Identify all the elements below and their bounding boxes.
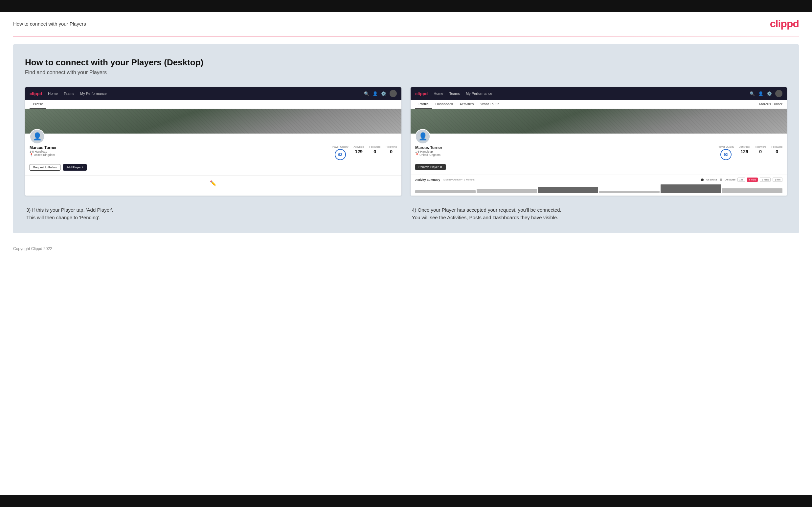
following-value-right: 0	[771, 149, 782, 154]
screenshot-bottom-left: ✏️	[25, 175, 401, 191]
tabs-right: Profile Dashboard Activities What To On …	[411, 100, 787, 109]
avatar-left[interactable]	[390, 90, 397, 97]
profile-stats-left: Player Quality 92 Activities 129 Followe…	[332, 146, 397, 161]
profile-avatar-left: 👤	[30, 129, 45, 144]
nav-logo-right: clippd	[415, 91, 428, 96]
nav-home-right[interactable]: Home	[434, 92, 443, 96]
filter-6mths[interactable]: 6 mths	[747, 177, 758, 182]
screenshot-right: clippd Home Teams My Performance 🔍 👤 ⚙️ …	[411, 87, 787, 195]
following-stat-left: Following 0	[386, 146, 397, 154]
location-pin-icon-left: 📍	[30, 153, 33, 157]
header-divider	[13, 36, 799, 37]
quality-label-left: Player Quality	[332, 146, 349, 148]
activities-stat-left: Activities 129	[353, 146, 364, 154]
followers-stat-right: Followers 0	[755, 146, 766, 154]
legend-offcourse-label: Off course	[725, 178, 735, 181]
banner-image-left	[25, 109, 401, 133]
add-player-button[interactable]: Add Player +	[63, 164, 87, 171]
nav-myperformance-left[interactable]: My Performance	[80, 92, 107, 96]
followers-value-right: 0	[755, 149, 766, 154]
nav-myperformance-right[interactable]: My Performance	[466, 92, 492, 96]
filter-1mth[interactable]: 1 mth	[773, 177, 782, 182]
caption-right-text: 4) Once your Player has accepted your re…	[412, 207, 561, 220]
search-icon-right[interactable]: 🔍	[750, 91, 755, 96]
followers-stat-left: Followers 0	[369, 146, 380, 154]
app-nav-left: clippd Home Teams My Performance 🔍 👤 ⚙️	[25, 87, 401, 100]
profile-main-row-right: Marcus Turner 1-5 Handicap 📍 United King…	[415, 146, 782, 161]
tab-activities-right[interactable]: Activities	[456, 100, 477, 109]
bar-6	[722, 188, 782, 193]
bar-1	[415, 190, 476, 193]
legend-oncourse-label: On course	[706, 178, 717, 181]
profile-main-row-left: Marcus Turner 1-5 Handicap 📍 United King…	[30, 146, 397, 161]
screenshot-left: clippd Home Teams My Performance 🔍 👤 ⚙️ …	[25, 87, 401, 195]
followers-label-left: Followers	[369, 146, 380, 148]
nav-icons-left: 🔍 👤 ⚙️	[364, 90, 397, 97]
bar-4	[599, 191, 660, 193]
activity-header: Activity Summary Monthly Activity · 6 Mo…	[415, 177, 782, 182]
page-subheading: Find and connect with your Players	[25, 69, 787, 75]
activity-summary: Activity Summary Monthly Activity · 6 Mo…	[411, 175, 787, 195]
search-icon-left[interactable]: 🔍	[364, 91, 369, 96]
filter-3mths[interactable]: 3 mths	[760, 177, 771, 182]
quality-circle-left: 92	[335, 149, 346, 160]
quality-circle-wrap-right: Player Quality 92	[718, 146, 734, 161]
activity-title: Activity Summary	[415, 178, 440, 181]
avatar-right[interactable]	[775, 90, 782, 97]
profile-buttons-left: Request to Follow Add Player +	[30, 164, 397, 171]
filter-1yr[interactable]: 1 yr	[738, 177, 745, 182]
nav-teams-left[interactable]: Teams	[64, 92, 74, 96]
bar-3	[538, 187, 599, 193]
caption-right: 4) Once your Player has accepted your re…	[411, 206, 787, 222]
bar-5	[661, 184, 721, 193]
quality-label-right: Player Quality	[718, 146, 734, 148]
nav-home-left[interactable]: Home	[48, 92, 57, 96]
screenshots-row: clippd Home Teams My Performance 🔍 👤 ⚙️ …	[25, 87, 787, 195]
profile-info-left: 👤 Marcus Turner 1-5 Handicap 📍 United Ki…	[25, 133, 401, 175]
user-label-right: Marcus Turner	[759, 100, 782, 109]
nav-teams-right[interactable]: Teams	[449, 92, 460, 96]
legend-dot-oncourse	[701, 178, 704, 181]
nav-icons-right: 🔍 👤 ⚙️	[750, 90, 782, 97]
user-icon-left[interactable]: 👤	[372, 91, 378, 96]
remove-player-button[interactable]: Remove Player ✕	[415, 164, 446, 170]
profile-text-left: Marcus Turner 1-5 Handicap 📍 United King…	[30, 146, 69, 157]
activities-value-left: 129	[353, 149, 364, 154]
quality-circle-right: 92	[720, 149, 731, 160]
quality-circle-wrap-left: Player Quality 92	[332, 146, 349, 161]
avatar-person-icon-left: 👤	[33, 132, 42, 141]
tab-whattoon-right[interactable]: What To On	[477, 100, 503, 109]
profile-stats-right: Player Quality 92 Activities 129 Followe…	[718, 146, 782, 161]
caption-left-text: 3) If this is your Player tap, 'Add Play…	[26, 207, 113, 220]
player-name-right: Marcus Turner	[415, 146, 455, 150]
location-pin-icon-right: 📍	[415, 153, 419, 157]
footer: Copyright Clippd 2022	[0, 241, 812, 256]
user-icon-right[interactable]: 👤	[758, 91, 763, 96]
banner-image-right	[411, 109, 787, 133]
legend-dot-offcourse	[720, 178, 722, 181]
following-label-right: Following	[771, 146, 782, 148]
edit-icon-left: ✏️	[210, 180, 216, 186]
tab-dashboard-right[interactable]: Dashboard	[432, 100, 456, 109]
request-follow-button[interactable]: Request to Follow	[30, 164, 60, 171]
tab-profile-right[interactable]: Profile	[415, 100, 432, 109]
profile-info-right: 👤 Marcus Turner 1-5 Handicap 📍 United Ki…	[411, 133, 787, 175]
activity-legend: On course Off course	[701, 178, 735, 181]
tabs-left: Profile	[25, 100, 401, 109]
followers-value-left: 0	[369, 149, 380, 154]
activity-filters: On course Off course 1 yr 6 mths 3 mths …	[701, 177, 782, 182]
player-location-right: 📍 United Kingdom	[415, 153, 455, 157]
profile-avatar-right: 👤	[415, 129, 430, 144]
player-name-left: Marcus Turner	[30, 146, 69, 150]
activity-bars	[415, 184, 782, 193]
profile-banner-left	[25, 109, 401, 133]
header-title: How to connect with your Players	[13, 21, 86, 26]
settings-icon-left[interactable]: ⚙️	[381, 91, 386, 96]
tab-profile-left[interactable]: Profile	[30, 100, 46, 109]
following-label-left: Following	[386, 146, 397, 148]
following-value-left: 0	[386, 149, 397, 154]
main-content: How to connect with your Players (Deskto…	[13, 44, 799, 233]
avatar-person-icon-right: 👤	[418, 132, 427, 141]
settings-icon-right[interactable]: ⚙️	[767, 91, 772, 96]
copyright-text: Copyright Clippd 2022	[13, 246, 52, 251]
